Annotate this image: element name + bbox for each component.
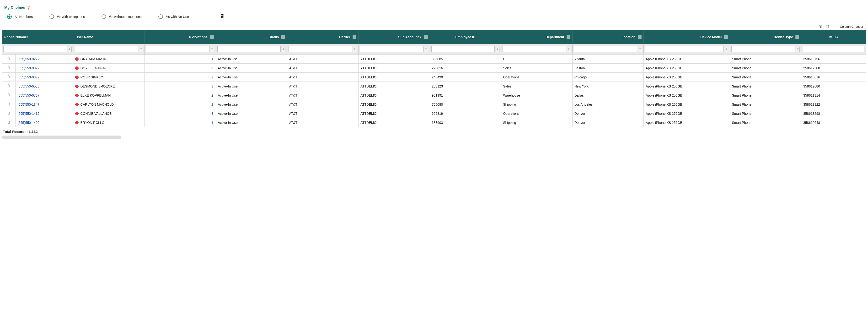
col-dropdown-icon[interactable] [424, 35, 428, 39]
filter-dropdown-icon[interactable] [567, 47, 571, 52]
table-row[interactable]: (555)550-0588DESMOND BROECKE3Active-In U… [2, 82, 866, 91]
filter-dropdown-icon[interactable] [353, 47, 357, 52]
col-status[interactable]: Status [216, 30, 287, 44]
table-row[interactable]: (555)550-1347CARLTON MACHOLD2Active-In U… [2, 100, 866, 109]
user-name: CONNIE VALLANCE [81, 112, 112, 116]
filter-dropdown-icon[interactable] [796, 47, 800, 52]
filter-dropdown-icon[interactable] [638, 47, 642, 52]
filter-dropdown-icon[interactable] [724, 47, 728, 52]
filter-employee-input[interactable] [431, 46, 495, 52]
horizontal-scrollbar[interactable] [2, 136, 121, 139]
filter-location-input[interactable] [574, 46, 638, 52]
col-user-name[interactable]: User Name [73, 30, 145, 44]
row-detail-icon[interactable] [2, 73, 16, 82]
column-chooser-label[interactable]: Column Chooser [840, 25, 863, 28]
radio-without-exceptions[interactable]: #'s without exceptions [101, 14, 142, 19]
col-dropdown-icon[interactable] [796, 35, 799, 39]
cell-imei: 358618298 [801, 109, 866, 118]
cell-subaccount: ATTDEMO [359, 109, 430, 118]
cell-violations[interactable]: 3 [145, 109, 216, 118]
info-icon[interactable]: i [27, 6, 30, 9]
radio-with-exceptions[interactable]: #'s with exceptions [50, 14, 85, 19]
filter-dropdown-icon[interactable] [282, 47, 285, 52]
cell-violations[interactable]: 1 [145, 55, 216, 64]
cell-status: Active-In Use [216, 55, 287, 64]
col-dropdown-icon[interactable] [638, 35, 642, 39]
filter-model-input[interactable] [645, 46, 723, 52]
filter-dropdown-icon[interactable] [68, 47, 72, 52]
col-dropdown-icon[interactable] [724, 35, 728, 39]
phone-link[interactable]: (555)550-0397 [18, 75, 39, 79]
col-device-type[interactable]: Device Type [730, 30, 801, 44]
filter-imei-input[interactable] [803, 46, 864, 52]
table-row[interactable]: (555)550-0227GRAHAM MASIN1Active-In UseA… [2, 55, 866, 64]
cell-violations[interactable]: 2 [145, 91, 216, 100]
clear-filter-icon[interactable] [818, 25, 822, 28]
filter-violations-input[interactable] [146, 46, 210, 52]
filter-dropdown-icon[interactable] [496, 47, 499, 52]
row-detail-icon[interactable] [2, 64, 16, 73]
cell-violations[interactable]: 2 [145, 64, 216, 73]
filter-subaccount-input[interactable] [360, 46, 424, 52]
col-dropdown-icon[interactable] [352, 35, 356, 39]
col-dropdown-icon[interactable] [210, 35, 214, 39]
row-detail-icon[interactable] [2, 91, 16, 100]
export-icon[interactable] [826, 25, 829, 28]
table-row[interactable]: (555)550-0372DOYLE KNIFFIN2Active-In Use… [2, 64, 866, 73]
filter-dropdown-icon[interactable] [139, 47, 143, 52]
row-detail-icon[interactable] [2, 55, 16, 64]
cell-phone: (555)550-0767 [16, 91, 73, 100]
col-label: Status [269, 35, 279, 39]
phone-link[interactable]: (555)550-1415 [18, 112, 39, 116]
cell-user: ROSY SINKEY [73, 73, 145, 82]
row-detail-icon[interactable] [2, 109, 16, 118]
table-row[interactable]: (555)550-1415CONNIE VALLANCE3Active-In U… [2, 109, 866, 118]
col-imei[interactable]: IMEI # [801, 30, 866, 44]
phone-link[interactable]: (555)550-0588 [18, 84, 39, 88]
col-device-model[interactable]: Device Model [644, 30, 730, 44]
cell-type: Smart Phone [730, 82, 801, 91]
phone-link[interactable]: (555)550-0372 [18, 66, 39, 70]
col-carrier[interactable]: Carrier [287, 30, 359, 44]
filter-type-input[interactable] [732, 46, 795, 52]
col-employee-id[interactable]: Employee ID [430, 30, 501, 44]
col-department[interactable]: Department [501, 30, 572, 44]
filter-dropdown-icon[interactable] [211, 47, 214, 52]
phone-link[interactable]: (555)550-0767 [18, 93, 39, 97]
filter-user-input[interactable] [75, 46, 138, 52]
phone-link[interactable]: (555)550-0227 [18, 57, 39, 61]
table-row[interactable]: (555)550-0767ELKE KOPPELMAN2Active-In Us… [2, 91, 866, 100]
phone-link[interactable]: (555)550-1499 [18, 121, 39, 124]
cell-department: Operations [501, 73, 572, 82]
row-detail-icon[interactable] [2, 82, 16, 91]
user-name: ROSY SINKEY [81, 75, 103, 79]
row-detail-icon[interactable] [2, 100, 16, 109]
col-dropdown-icon[interactable] [566, 35, 570, 39]
cell-phone: (555)550-1499 [16, 118, 73, 127]
save-icon[interactable] [220, 14, 225, 19]
col-location[interactable]: Location [572, 30, 644, 44]
phone-link[interactable]: (555)550-1347 [18, 102, 39, 107]
table-row[interactable]: (555)550-0397ROSY SINKEY2Active-In UseAT… [2, 73, 866, 82]
filter-phone-input[interactable] [3, 46, 67, 52]
col-phone-number[interactable]: Phone Number [2, 30, 73, 44]
devices-grid[interactable]: Phone Number User Name # Violations Stat… [2, 30, 866, 127]
cell-violations[interactable]: 2 [145, 100, 216, 109]
cell-type: Smart Phone [730, 118, 801, 127]
radio-no-use[interactable]: #'s with No Use [158, 14, 189, 19]
column-chooser-icon[interactable] [833, 25, 836, 28]
row-detail-icon[interactable] [2, 118, 16, 127]
table-row[interactable]: (555)550-1499BRYON ROLLO1Active-In UseAT… [2, 118, 866, 127]
cell-subaccount: ATTDEMO [359, 73, 430, 82]
col-violations[interactable]: # Violations [145, 30, 216, 44]
cell-violations[interactable]: 1 [145, 118, 216, 127]
filter-carrier-input[interactable] [288, 46, 352, 52]
col-dropdown-icon[interactable] [281, 35, 285, 39]
radio-all-numbers[interactable]: All Numbers [7, 14, 33, 19]
filter-status-input[interactable] [217, 46, 281, 52]
filter-dropdown-icon[interactable] [425, 47, 428, 52]
col-sub-account[interactable]: Sub Account # [359, 30, 430, 44]
cell-violations[interactable]: 2 [145, 73, 216, 82]
cell-violations[interactable]: 3 [145, 82, 216, 91]
filter-department-input[interactable] [502, 46, 566, 52]
